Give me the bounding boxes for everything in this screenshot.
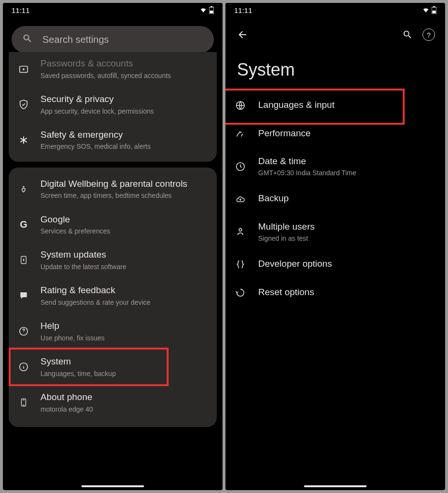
svg-rect-1 [211, 6, 212, 7]
svg-rect-2 [210, 11, 213, 13]
svg-point-5 [23, 186, 24, 187]
svg-rect-8 [23, 296, 24, 297]
row-subtitle: Services & preferences [40, 227, 208, 235]
home-indicator[interactable] [81, 485, 144, 487]
clock-icon [234, 160, 247, 173]
phone-system: 11:11 ? System Languages & input [225, 3, 445, 490]
status-time: 11:11 [12, 6, 30, 14]
row-subtitle: Use phone, fix issues [40, 334, 208, 342]
row-reset-options[interactable]: Reset options [225, 279, 445, 307]
row-title: Languages & input [258, 99, 436, 111]
app-bar: ? [225, 17, 445, 45]
users-icon [234, 225, 247, 238]
row-title: Digital Wellbeing & parental controls [40, 178, 208, 190]
row-rating-feedback[interactable]: Rating & feedback Send suggestions & rat… [9, 278, 217, 313]
row-subtitle: Languages, time, backup [40, 369, 208, 378]
row-subtitle: Send suggestions & rate your device [40, 298, 208, 307]
battery-icon [432, 6, 436, 14]
row-subtitle: Signed in as test [258, 234, 436, 243]
status-time: 11:11 [234, 6, 252, 14]
row-subtitle: App security, device lock, permissions [40, 107, 208, 116]
row-safety-emergency[interactable]: Safety & emergency Emergency SOS, medica… [9, 122, 217, 158]
svg-point-17 [239, 229, 242, 232]
row-title: Security & privacy [40, 93, 208, 105]
settings-group-2: Digital Wellbeing & parental controls Sc… [9, 168, 217, 427]
row-security-privacy[interactable]: Security & privacy App security, device … [9, 87, 217, 122]
row-system-updates[interactable]: System updates Update to the latest soft… [9, 242, 217, 278]
wellbeing-icon [17, 183, 30, 195]
back-button[interactable] [232, 24, 253, 45]
row-title: Help [40, 320, 208, 332]
row-google[interactable]: G Google Services & preferences [9, 207, 217, 243]
row-subtitle: Screen time, app timers, bedtime schedul… [40, 191, 208, 200]
search-button[interactable] [397, 24, 418, 45]
phone-settings: 11:11 Search settings Passwords & accoun… [3, 3, 223, 490]
status-bar: 11:11 [3, 3, 223, 17]
home-indicator[interactable] [304, 485, 367, 487]
svg-rect-7 [23, 294, 24, 296]
svg-point-4 [23, 68, 25, 70]
row-developer-options[interactable]: Developer options [225, 250, 445, 279]
reset-icon [234, 286, 247, 299]
phone-icon [17, 396, 30, 409]
row-about-phone[interactable]: About phone motorola edge 40 [9, 385, 217, 423]
row-subtitle: motorola edge 40 [40, 405, 208, 414]
row-languages-input[interactable]: Languages & input [225, 91, 445, 120]
row-multiple-users[interactable]: Multiple users Signed in as test [225, 213, 445, 250]
row-title: Rating & feedback [40, 285, 208, 297]
shield-icon [17, 98, 30, 111]
row-passwords-accounts[interactable]: Passwords & accounts Saved passwords, au… [9, 56, 217, 87]
row-title: Performance [258, 128, 436, 140]
row-subtitle: Update to the latest software [40, 262, 208, 271]
row-title: Developer options [258, 258, 436, 270]
row-subtitle: Saved passwords, autofill, synced accoun… [40, 71, 208, 80]
wifi-icon [422, 7, 430, 13]
row-title: Google [40, 214, 208, 226]
row-title: Passwords & accounts [40, 58, 208, 70]
row-title: About phone [40, 391, 208, 403]
row-subtitle: Emergency SOS, medical info, alerts [40, 142, 208, 151]
row-backup[interactable]: Backup [225, 185, 445, 213]
row-title: System [40, 356, 208, 368]
search-icon [22, 33, 33, 46]
braces-icon [234, 258, 247, 271]
google-icon: G [17, 218, 30, 231]
row-title: System updates [40, 249, 208, 261]
row-system[interactable]: System Languages, time, backup [9, 349, 217, 385]
row-title: Backup [258, 193, 436, 205]
row-performance[interactable]: Performance [225, 120, 445, 148]
search-settings[interactable]: Search settings [12, 26, 214, 53]
page-title: System [225, 45, 445, 91]
globe-icon [234, 99, 247, 112]
row-digital-wellbeing[interactable]: Digital Wellbeing & parental controls Sc… [9, 171, 217, 207]
row-subtitle: GMT+05:30 India Standard Time [258, 169, 436, 177]
svg-rect-13 [433, 6, 435, 7]
svg-rect-14 [433, 11, 436, 13]
help-icon [17, 325, 30, 337]
info-icon [17, 361, 30, 373]
row-help[interactable]: Help Use phone, fix issues [9, 313, 217, 349]
battery-icon [209, 6, 214, 14]
wifi-icon [199, 7, 207, 13]
feedback-icon [17, 289, 30, 302]
row-title: Date & time [258, 156, 436, 168]
row-date-time[interactable]: Date & time GMT+05:30 India Standard Tim… [225, 148, 445, 185]
status-bar: 11:11 [225, 3, 445, 17]
cloud-icon [234, 193, 247, 206]
row-title: Reset options [258, 286, 436, 298]
performance-icon [234, 128, 247, 140]
help-circle-icon: ? [422, 28, 435, 41]
status-icons [422, 6, 436, 14]
search-placeholder: Search settings [42, 34, 109, 45]
status-icons [199, 6, 214, 14]
asterisk-icon [17, 134, 30, 146]
update-icon [17, 254, 30, 266]
row-title: Safety & emergency [40, 129, 208, 141]
help-button[interactable]: ? [418, 24, 439, 45]
key-icon [17, 63, 30, 75]
row-title: Multiple users [258, 221, 436, 233]
settings-group-1: Passwords & accounts Saved passwords, au… [9, 52, 217, 162]
